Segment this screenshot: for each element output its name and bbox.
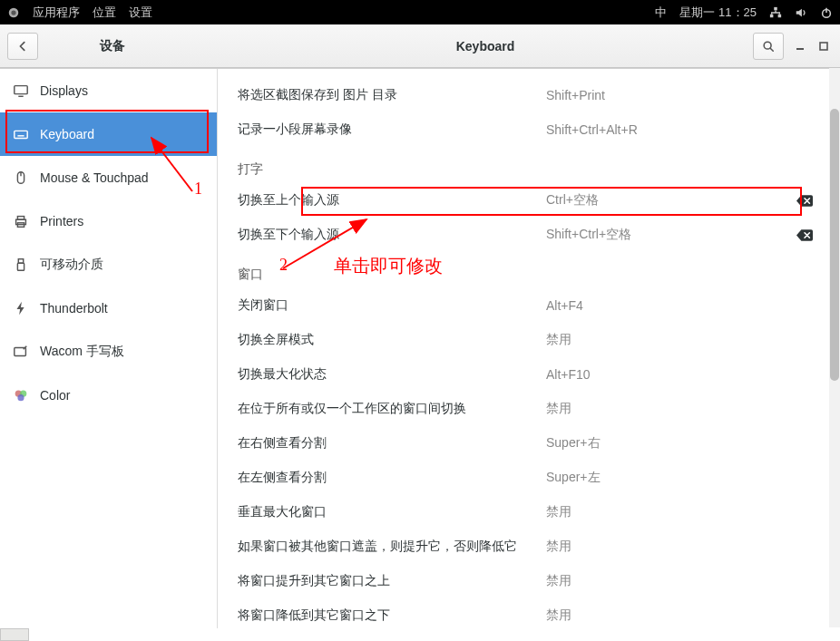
shortcut-key: 禁用 [546, 401, 813, 417]
shortcut-desc: 在位于所有或仅一个工作区的窗口间切换 [238, 401, 546, 417]
shortcut-row[interactable]: 切换最大化状态 Alt+F10 [238, 357, 813, 392]
svg-point-1 [11, 10, 15, 15]
shortcut-desc: 记录一小段屏幕录像 [238, 121, 546, 138]
volume-icon[interactable] [795, 6, 807, 19]
scrollbar-thumb[interactable] [830, 109, 839, 381]
panel-places[interactable]: 位置 [93, 5, 116, 21]
window-minimize-button[interactable] [793, 39, 807, 53]
tablet-icon [13, 344, 29, 360]
shortcut-row[interactable]: 垂直最大化窗口 禁用 [238, 495, 813, 529]
printer-icon [13, 213, 29, 229]
sidebar-item-wacom[interactable]: Wacom 手写板 [0, 330, 217, 374]
shortcut-key: Super+右 [546, 435, 813, 452]
displays-icon [13, 83, 29, 99]
clear-shortcut-icon[interactable] [796, 195, 813, 207]
shortcut-key: 禁用 [546, 607, 813, 624]
sidebar-item-color[interactable]: Color [0, 374, 217, 417]
shortcut-key: 禁用 [546, 539, 813, 555]
section-header-typing: 打字 [238, 147, 813, 183]
shortcut-desc: 切换最大化状态 [238, 366, 546, 383]
shortcut-desc: 将窗口提升到其它窗口之上 [238, 573, 546, 589]
shortcut-key: Alt+F4 [546, 298, 813, 313]
section-header-windows: 窗口 [238, 252, 813, 288]
shortcut-row[interactable]: 关闭窗口 Alt+F4 [238, 288, 813, 323]
svg-rect-2 [774, 6, 777, 10]
svg-rect-10 [820, 43, 827, 50]
sidebar-item-label: Printers [40, 214, 83, 228]
sidebar: Displays Keyboard Mouse & Touchpad Print… [0, 69, 218, 628]
power-icon[interactable] [820, 6, 833, 19]
shortcut-key: Super+左 [546, 470, 813, 486]
shortcut-row[interactable]: 切换全屏模式 禁用 [238, 323, 813, 357]
shortcut-key: Ctrl+空格 [546, 192, 796, 209]
shortcut-row[interactable]: 在位于所有或仅一个工作区的窗口间切换 禁用 [238, 392, 813, 426]
svg-rect-11 [15, 86, 27, 94]
clear-shortcut-icon[interactable] [796, 229, 813, 241]
sidebar-item-removable-media[interactable]: 可移动介质 [0, 243, 217, 287]
panel-settings[interactable]: 设置 [129, 5, 152, 21]
sidebar-item-displays[interactable]: Displays [0, 69, 217, 112]
svg-rect-25 [17, 263, 24, 270]
svg-rect-3 [770, 14, 774, 17]
mouse-icon [13, 170, 29, 186]
shortcut-row-input-next[interactable]: 切换至下个输入源 Shift+Ctrl+空格 [238, 218, 813, 252]
shortcut-row-input-prev[interactable]: 切换至上个输入源 Ctrl+空格 [238, 183, 813, 218]
window-maximize-button[interactable] [816, 39, 831, 53]
headerbar-center-title: Keyboard [218, 39, 753, 53]
shortcut-desc: 将选区截图保存到 图片 目录 [238, 87, 546, 103]
shortcut-row[interactable]: 将窗口降低到其它窗口之下 禁用 [238, 598, 813, 628]
headerbar-left-title: 设备 [7, 38, 218, 54]
svg-point-30 [17, 394, 24, 401]
shortcut-desc: 在右侧查看分割 [238, 435, 546, 452]
shortcut-desc: 切换全屏模式 [238, 332, 546, 348]
thunderbolt-icon [13, 300, 29, 316]
sidebar-item-label: Thunderbolt [40, 301, 108, 316]
shortcut-key: Shift+Print [546, 88, 813, 102]
shortcut-key: 禁用 [546, 573, 813, 589]
sidebar-item-keyboard[interactable]: Keyboard [0, 112, 217, 156]
shortcut-row[interactable]: 在右侧查看分割 Super+右 [238, 426, 813, 461]
sidebar-item-label: Wacom 手写板 [40, 344, 124, 360]
sidebar-item-label: Keyboard [40, 127, 94, 141]
shortcut-desc: 将窗口降低到其它窗口之下 [238, 607, 546, 624]
svg-rect-13 [15, 131, 27, 138]
shortcut-desc: 垂直最大化窗口 [238, 504, 546, 520]
shortcut-desc: 关闭窗口 [238, 297, 546, 314]
sidebar-item-label: 可移动介质 [40, 257, 103, 273]
shortcut-row[interactable]: 如果窗口被其他窗口遮盖，则提升它，否则降低它 禁用 [238, 529, 813, 564]
shortcut-key: Shift+Ctrl+Alt+R [546, 122, 813, 137]
shortcut-key: Shift+Ctrl+空格 [546, 227, 796, 243]
sidebar-item-printers[interactable]: Printers [0, 199, 217, 243]
panel-clock[interactable]: 星期一 11：25 [679, 5, 757, 21]
search-button[interactable] [753, 33, 784, 60]
gnome-top-panel: 应用程序 位置 设置 中 星期一 11：25 [0, 0, 840, 24]
shortcut-row[interactable]: 将窗口提升到其它窗口之上 禁用 [238, 564, 813, 598]
content-area: 将选区截图保存到 图片 目录 Shift+Print 记录一小段屏幕录像 Shi… [218, 69, 840, 628]
keyboard-icon [13, 126, 29, 142]
panel-ime-indicator[interactable]: 中 [655, 5, 667, 21]
color-icon [13, 387, 29, 403]
shortcut-row[interactable]: 将选区截图保存到 图片 目录 Shift+Print [238, 78, 813, 112]
svg-rect-22 [17, 217, 24, 220]
shortcut-row[interactable]: 在左侧查看分割 Super+左 [238, 461, 813, 495]
shortcut-desc: 在左侧查看分割 [238, 470, 546, 486]
network-icon[interactable] [769, 6, 782, 19]
sidebar-item-label: Color [40, 388, 70, 403]
svg-line-8 [770, 48, 773, 51]
shortcut-desc: 如果窗口被其他窗口遮盖，则提升它，否则降低它 [238, 539, 546, 555]
sidebar-item-thunderbolt[interactable]: Thunderbolt [0, 287, 217, 330]
sidebar-item-mouse[interactable]: Mouse & Touchpad [0, 156, 217, 199]
shortcut-key: 禁用 [546, 504, 813, 520]
headerbar: 设备 Keyboard [0, 24, 840, 68]
activities-icon [7, 6, 20, 19]
panel-apps[interactable]: 应用程序 [33, 5, 80, 21]
shortcut-desc: 切换至上个输入源 [238, 192, 546, 209]
shortcut-key: 禁用 [546, 332, 813, 348]
taskbar-fragment [0, 628, 29, 641]
shortcut-row[interactable]: 记录一小段屏幕录像 Shift+Ctrl+Alt+R [238, 112, 813, 147]
shortcut-desc: 切换至下个输入源 [238, 227, 546, 243]
sidebar-item-label: Displays [40, 83, 88, 98]
shortcut-key: Alt+F10 [546, 367, 813, 382]
usb-icon [13, 257, 29, 273]
sidebar-item-label: Mouse & Touchpad [40, 170, 149, 185]
